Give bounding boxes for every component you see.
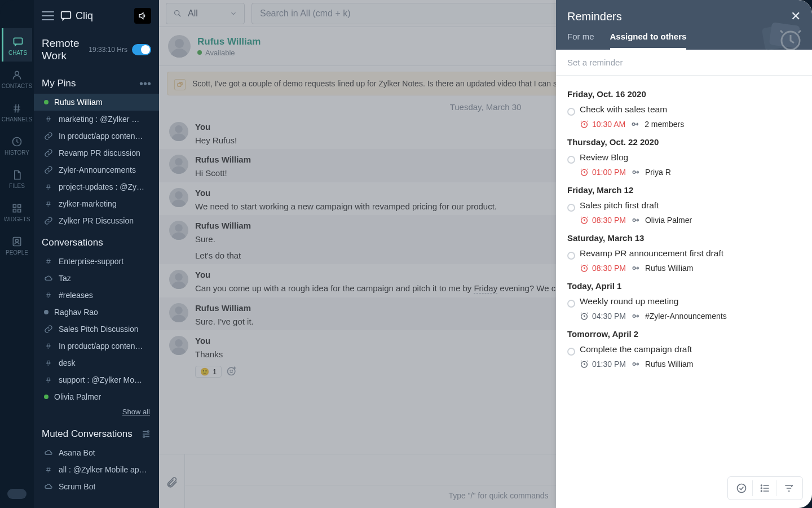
filter-button[interactable] bbox=[778, 480, 800, 496]
theme-toggle[interactable] bbox=[7, 489, 27, 499]
reminder-title: Complete the campaign draft bbox=[580, 344, 801, 354]
alarm-icon bbox=[580, 168, 589, 177]
search-scope[interactable]: All bbox=[166, 3, 245, 24]
sidebar-item[interactable]: Taz bbox=[34, 270, 159, 287]
reminder-title: Weekly round up meeting bbox=[580, 296, 801, 306]
avatar[interactable] bbox=[169, 336, 188, 355]
forward-icon bbox=[631, 119, 641, 129]
avatar[interactable] bbox=[169, 303, 188, 322]
reminder-time: 10:30 AM bbox=[580, 120, 625, 129]
chat-contact-name: Rufus William bbox=[197, 36, 261, 47]
speaker-icon bbox=[138, 11, 148, 21]
rail-files[interactable]: FILES bbox=[2, 161, 32, 195]
my-pins-title: My Pins bbox=[42, 78, 139, 89]
reminder-meta: 10:30 AM2 members bbox=[580, 119, 801, 129]
rail-people[interactable]: PEOPLE bbox=[2, 228, 32, 261]
reminder-item[interactable]: Revamp PR announcement first draft08:30 … bbox=[567, 248, 801, 273]
sidebar-item[interactable]: #desk bbox=[34, 354, 159, 371]
menu-icon[interactable] bbox=[42, 11, 54, 20]
reminders-header: Reminders ✕ For meAssigned to others bbox=[556, 0, 812, 50]
sidebar-item-label: Enterprise-support bbox=[59, 257, 123, 266]
alarm-icon bbox=[580, 312, 589, 321]
reminder-assignee: Priya R bbox=[632, 167, 671, 177]
sidebar-item[interactable]: Rufus William bbox=[34, 94, 159, 111]
mark-done-button[interactable] bbox=[730, 480, 753, 496]
reaction[interactable]: 🙂1 bbox=[195, 366, 222, 378]
reminder-item[interactable]: Complete the campaign draft01:30 PMRufus… bbox=[567, 344, 801, 369]
add-reaction-icon[interactable] bbox=[226, 365, 239, 378]
reminder-meta: 04:30 PM#Zyler-Announcements bbox=[580, 311, 801, 321]
chat-contact-status: Available bbox=[197, 49, 261, 57]
sidebar-item[interactable]: Sales Pitch Discussion bbox=[34, 321, 159, 338]
remote-toggle[interactable] bbox=[132, 44, 151, 55]
settings-icon[interactable] bbox=[141, 429, 151, 439]
sound-button[interactable] bbox=[134, 8, 151, 24]
reminder-date-header: Saturday, March 13 bbox=[567, 233, 801, 243]
presence-icon bbox=[44, 310, 48, 314]
avatar[interactable] bbox=[169, 188, 188, 207]
sidebar-item[interactable]: #support : @Zylker Mo… bbox=[34, 371, 159, 388]
reminder-date-header: Tomorrow, April 2 bbox=[567, 329, 801, 339]
avatar[interactable] bbox=[169, 122, 188, 141]
reminder-item[interactable]: Review Blog01:00 PMPriya R bbox=[567, 152, 801, 177]
attach-button[interactable] bbox=[159, 454, 185, 508]
reminder-item[interactable]: Check with sales team10:30 AM2 members bbox=[567, 104, 801, 129]
sidebar-item[interactable]: In product/app conten… bbox=[34, 128, 159, 144]
reminder-item[interactable]: Sales pitch first draft08:30 PMOlivia Pa… bbox=[567, 200, 801, 225]
reminder-title: Revamp PR announcement first draft bbox=[580, 248, 801, 259]
rail-channels[interactable]: CHANNELS bbox=[2, 95, 32, 128]
sidebar-item[interactable]: ##releases bbox=[34, 287, 159, 304]
hash-icon: # bbox=[44, 257, 53, 266]
svg-point-39 bbox=[737, 484, 745, 493]
svg-point-28 bbox=[632, 123, 635, 126]
sidebar-item[interactable]: Asana Bot bbox=[34, 444, 159, 461]
section-conversations: Conversations bbox=[34, 229, 159, 253]
rail-widgets[interactable]: WIDGETS bbox=[2, 195, 32, 228]
sidebar-item[interactable]: #marketing : @Zylker … bbox=[34, 111, 159, 128]
list-view-button[interactable] bbox=[754, 480, 776, 496]
avatar[interactable] bbox=[169, 270, 188, 289]
scope-label: All bbox=[188, 8, 198, 19]
reminders-tab[interactable]: Assigned to others bbox=[610, 32, 687, 50]
rail-chats[interactable]: CHATS bbox=[2, 28, 32, 62]
pin-icon bbox=[174, 79, 186, 90]
sidebar-item[interactable]: #project-updates : @Zy… bbox=[34, 178, 159, 195]
show-all-link[interactable]: Show all bbox=[34, 405, 159, 421]
sidebar-item[interactable]: Zyler-Announcements bbox=[34, 161, 159, 178]
sidebar-item-label: Raghav Rao bbox=[54, 308, 98, 317]
svg-point-17 bbox=[175, 224, 183, 232]
sidebar-item[interactable]: #Enterprise-support bbox=[34, 253, 159, 270]
svg-point-38 bbox=[633, 363, 636, 366]
svg-rect-0 bbox=[14, 38, 22, 44]
svg-point-34 bbox=[633, 267, 636, 270]
sidebar-item[interactable]: #In product/app conten… bbox=[34, 338, 159, 354]
svg-rect-4 bbox=[18, 204, 21, 207]
reminder-time: 01:00 PM bbox=[580, 168, 626, 177]
reminder-title: Check with sales team bbox=[580, 104, 801, 115]
sidebar-item[interactable]: Scrum Bot bbox=[34, 478, 159, 495]
avatar[interactable] bbox=[168, 35, 191, 58]
more-icon[interactable]: ••• bbox=[139, 81, 151, 86]
reminder-date-header: Friday, March 12 bbox=[567, 185, 801, 195]
hash-icon: # bbox=[44, 358, 53, 367]
sidebar-item-label: project-updates : @Zy… bbox=[59, 182, 144, 191]
section-muted: Muted Conversations bbox=[34, 421, 159, 444]
reminder-time: 08:30 PM bbox=[580, 216, 626, 225]
avatar[interactable] bbox=[169, 221, 188, 240]
remote-time: 19:33:10 Hrs bbox=[89, 46, 127, 54]
sidebar-item-label: #releases bbox=[59, 291, 93, 300]
sidebar-item[interactable]: Zylker PR Discussion bbox=[34, 212, 159, 229]
rail-contacts[interactable]: CONTACTS bbox=[2, 62, 32, 95]
sidebar-item[interactable]: Olivia Palmer bbox=[34, 388, 159, 405]
reminders-tab[interactable]: For me bbox=[567, 32, 594, 50]
sidebar-item[interactable]: #zylker-marketing bbox=[34, 195, 159, 212]
rail-history[interactable]: HISTORY bbox=[2, 128, 32, 161]
svg-point-1 bbox=[15, 71, 19, 75]
sidebar-item[interactable]: #all : @Zylker Mobile ap… bbox=[34, 461, 159, 478]
alarm-icon bbox=[580, 360, 589, 369]
reminder-item[interactable]: Weekly round up meeting04:30 PM#Zyler-An… bbox=[567, 296, 801, 321]
avatar[interactable] bbox=[169, 155, 188, 174]
sidebar-item-label: marketing : @Zylker … bbox=[59, 115, 139, 124]
sidebar-item[interactable]: Revamp PR discussion bbox=[34, 144, 159, 161]
sidebar-item[interactable]: Raghav Rao bbox=[34, 304, 159, 321]
